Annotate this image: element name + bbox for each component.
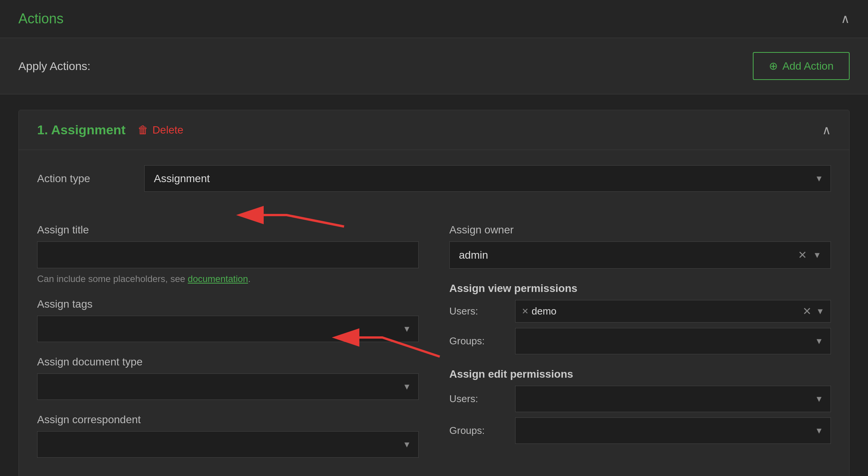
view-users-label: Users: — [449, 305, 503, 317]
view-groups-select[interactable] — [515, 328, 831, 354]
assign-view-permissions-group: Assign view permissions Users: ✕ demo ✕ — [449, 279, 831, 354]
assign-view-permissions-label: Assign view permissions — [449, 282, 831, 295]
assign-tags-select[interactable] — [37, 316, 419, 342]
edit-users-select-wrapper — [515, 386, 831, 412]
assign-owner-label: Assign owner — [449, 224, 831, 236]
view-users-dropdown[interactable]: ▼ — [816, 306, 824, 316]
assign-correspondent-select-wrapper — [37, 431, 419, 458]
owner-dropdown-button[interactable]: ▼ — [813, 250, 821, 260]
assign-edit-permissions-label: Assign edit permissions — [449, 368, 831, 380]
view-groups-row: Groups: — [449, 328, 831, 354]
view-users-clear[interactable]: ✕ — [803, 305, 811, 318]
trash-icon: 🗑 — [138, 124, 148, 136]
actions-header: Actions ∧ — [0, 0, 868, 38]
edit-users-label: Users: — [449, 393, 503, 405]
assign-owner-value: admin — [459, 249, 798, 261]
assign-title-group: Assign title Can include some placeholde… — [37, 224, 419, 284]
collapse-icon[interactable]: ∧ — [841, 11, 850, 26]
assign-doc-type-group: Assign document type — [37, 356, 419, 400]
action-type-label: Action type — [37, 173, 129, 185]
assign-title-input[interactable] — [37, 241, 419, 268]
assign-doc-type-select[interactable] — [37, 373, 419, 400]
add-action-button[interactable]: ⊕ Add Action — [753, 52, 850, 80]
left-column: Assign title Can include some placeholde… — [37, 224, 419, 458]
assign-tags-label: Assign tags — [37, 298, 419, 310]
add-action-label: Add Action — [782, 60, 834, 72]
assignment-card: 1. Assignment 🗑 Delete ∧ Action type Ass… — [18, 110, 850, 476]
owner-clear-button[interactable]: ✕ — [798, 249, 807, 261]
view-users-tag-value: demo — [532, 305, 556, 317]
view-groups-label: Groups: — [449, 335, 503, 347]
assign-tags-select-wrapper — [37, 316, 419, 342]
action-type-section: Action type Assignment — [19, 150, 849, 192]
assignment-collapse-icon[interactable]: ∧ — [822, 123, 831, 137]
view-users-tag: ✕ demo — [522, 305, 556, 317]
view-users-row: Users: ✕ demo ✕ ▼ — [449, 300, 831, 323]
delete-button[interactable]: 🗑 Delete — [138, 124, 183, 136]
documentation-link[interactable]: documentation — [188, 274, 248, 284]
view-users-controls: ✕ ▼ — [803, 305, 824, 318]
view-users-tag-remove[interactable]: ✕ — [522, 306, 529, 316]
view-users-field: ✕ demo ✕ ▼ — [515, 300, 831, 323]
edit-groups-select-wrapper — [515, 417, 831, 444]
action-type-select-wrapper: Assignment — [144, 165, 831, 192]
assignment-body: Assign title Can include some placeholde… — [19, 205, 849, 476]
action-type-select[interactable]: Assignment — [144, 165, 831, 192]
assign-correspondent-group: Assign correspondent — [37, 414, 419, 458]
assign-title-hint: Can include some placeholders, see docum… — [37, 274, 419, 284]
action-type-row: Action type Assignment — [37, 165, 831, 192]
apply-actions-bar: Apply Actions: ⊕ Add Action — [0, 38, 868, 95]
view-groups-select-wrapper — [515, 328, 831, 354]
assignment-title-group: 1. Assignment 🗑 Delete — [37, 122, 183, 137]
assign-edit-permissions-group: Assign edit permissions Users: — [449, 365, 831, 444]
assignment-title: 1. Assignment — [37, 122, 126, 137]
assignment-body-wrapper: Action type Assignment Assign title — [19, 150, 849, 476]
edit-groups-label: Groups: — [449, 425, 503, 437]
assign-owner-field: admin ✕ ▼ — [449, 241, 831, 269]
assign-correspondent-select[interactable] — [37, 431, 419, 458]
edit-groups-select[interactable] — [515, 417, 831, 444]
owner-controls: ✕ ▼ — [798, 249, 821, 261]
assign-correspondent-label: Assign correspondent — [37, 414, 419, 426]
assign-owner-group: Assign owner admin ✕ ▼ — [449, 224, 831, 269]
main-content: 1. Assignment 🗑 Delete ∧ Action type Ass… — [0, 95, 868, 476]
edit-users-select[interactable] — [515, 386, 831, 412]
delete-label: Delete — [152, 124, 183, 136]
right-column: Assign owner admin ✕ ▼ Assign view permi… — [449, 224, 831, 458]
assign-tags-group: Assign tags — [37, 298, 419, 342]
add-action-icon: ⊕ — [769, 60, 778, 72]
assign-title-label: Assign title — [37, 224, 419, 236]
assign-doc-type-label: Assign document type — [37, 356, 419, 368]
assignment-header: 1. Assignment 🗑 Delete ∧ — [19, 110, 849, 150]
assign-doc-type-select-wrapper — [37, 373, 419, 400]
edit-groups-row: Groups: — [449, 417, 831, 444]
edit-users-row: Users: — [449, 386, 831, 412]
actions-title: Actions — [18, 11, 64, 27]
apply-actions-label: Apply Actions: — [18, 60, 90, 73]
